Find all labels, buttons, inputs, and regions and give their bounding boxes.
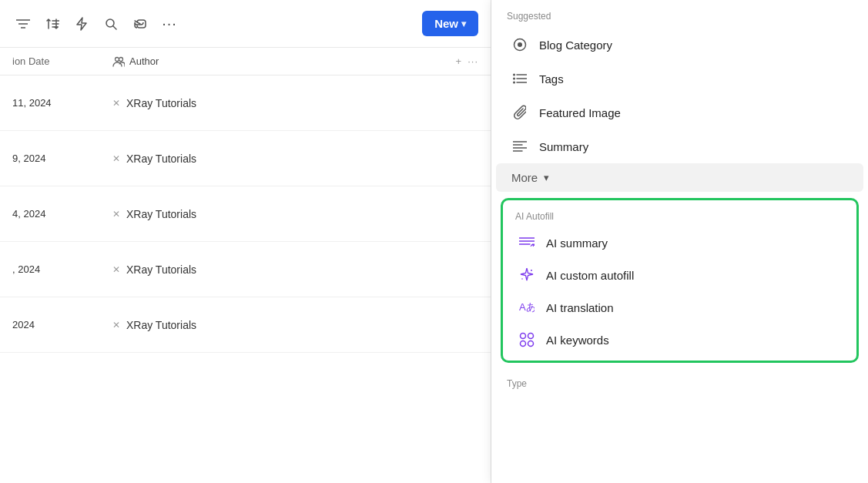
more-label: More	[511, 171, 538, 184]
toolbar: ··· New ▾	[0, 0, 491, 48]
cell-author: ✕ XRay Tutorials	[100, 97, 491, 109]
svg-point-13	[513, 74, 515, 76]
remove-tag-icon[interactable]: ✕	[112, 153, 120, 164]
more-button[interactable]: More ▾	[496, 163, 863, 192]
col-date-header: ion Date	[0, 55, 100, 67]
svg-point-15	[513, 82, 515, 84]
ai-summary-label: AI summary	[546, 236, 608, 250]
ai-summary-icon	[518, 234, 535, 251]
new-button-label: New	[434, 17, 458, 30]
chevron-down-icon: ▾	[544, 172, 549, 183]
lightning-icon[interactable]	[71, 13, 92, 35]
cell-date: 2024	[0, 319, 100, 330]
table-rows: 11, 2024 ✕ XRay Tutorials 9, 2024 ✕ XRay…	[0, 75, 491, 353]
svg-point-12	[518, 42, 522, 47]
ai-keywords-label: AI keywords	[546, 334, 609, 347]
table-row: 2024 ✕ XRay Tutorials	[0, 297, 491, 353]
table-area: ··· New ▾ ion Date Author + ···	[0, 0, 491, 483]
ai-translation-label: AI translation	[546, 301, 614, 314]
svg-point-32	[528, 341, 534, 347]
svg-point-10	[119, 57, 123, 61]
sort-icon[interactable]	[42, 13, 63, 35]
suggested-label: Suggested	[491, 0, 868, 28]
table-row: 4, 2024 ✕ XRay Tutorials	[0, 186, 491, 242]
menu-item-blog-category[interactable]: Blog Category	[496, 28, 863, 62]
table-header: ion Date Author + ···	[0, 48, 491, 75]
col-author-header: Author + ···	[100, 55, 491, 67]
cell-author: ✕ XRay Tutorials	[100, 319, 491, 331]
cell-author: ✕ XRay Tutorials	[100, 263, 491, 276]
ai-sparkle-icon	[518, 267, 535, 283]
menu-item-featured-image[interactable]: Featured Image	[496, 96, 863, 129]
svg-point-30	[528, 334, 534, 339]
menu-item-ai-keywords[interactable]: AI keywords	[506, 324, 853, 356]
type-label: Type	[491, 369, 868, 394]
svg-line-7	[113, 26, 116, 29]
table-row: , 2024 ✕ XRay Tutorials	[0, 242, 491, 297]
featured-image-label: Featured Image	[539, 106, 621, 119]
menu-item-tags[interactable]: Tags	[496, 62, 863, 96]
list-icon	[511, 70, 528, 87]
svg-point-29	[521, 334, 526, 339]
remove-tag-icon[interactable]: ✕	[112, 98, 120, 109]
filter-icon[interactable]	[12, 13, 34, 35]
menu-item-summary[interactable]: Summary	[496, 129, 863, 163]
tags-label: Tags	[539, 72, 564, 86]
remove-tag-icon[interactable]: ✕	[112, 264, 120, 275]
paperclip-icon	[511, 104, 528, 121]
remove-tag-icon[interactable]: ✕	[112, 320, 120, 330]
align-left-icon	[511, 138, 528, 155]
col-author-actions: + ···	[456, 55, 478, 67]
svg-point-27	[521, 278, 523, 280]
ai-autofill-label: AI Autofill	[503, 205, 856, 226]
cell-date: 9, 2024	[0, 153, 100, 164]
connect-icon[interactable]	[129, 13, 151, 35]
svg-point-26	[531, 270, 532, 271]
summary-label: Summary	[539, 140, 588, 153]
svg-point-31	[521, 341, 526, 347]
svg-point-9	[116, 57, 119, 61]
cell-author: ✕ XRay Tutorials	[100, 153, 491, 165]
remove-tag-icon[interactable]: ✕	[112, 209, 120, 220]
ai-autofill-section: AI Autofill AI summary	[501, 198, 859, 363]
table-row: 9, 2024 ✕ XRay Tutorials	[0, 131, 491, 186]
svg-text:Aあ: Aあ	[519, 301, 535, 313]
ellipsis-icon[interactable]: ···	[159, 13, 180, 35]
new-button[interactable]: New ▾	[422, 11, 478, 36]
add-column-icon[interactable]: +	[456, 55, 462, 67]
cell-date: 11, 2024	[0, 97, 100, 109]
ai-translation-icon: Aあ	[518, 299, 535, 316]
circle-dot-icon	[511, 36, 528, 53]
column-more-icon[interactable]: ···	[468, 55, 478, 67]
table-row: 11, 2024 ✕ XRay Tutorials	[0, 75, 491, 131]
cell-date: , 2024	[0, 263, 100, 275]
dropdown-panel: Suggested Blog Category Tags	[491, 0, 868, 483]
svg-point-14	[513, 78, 515, 80]
cell-author: ✕ XRay Tutorials	[100, 208, 491, 220]
ai-custom-autofill-label: AI custom autofill	[546, 269, 634, 282]
blog-category-label: Blog Category	[539, 39, 612, 52]
cell-date: 4, 2024	[0, 208, 100, 220]
menu-item-ai-summary[interactable]: AI summary	[506, 226, 853, 259]
search-icon[interactable]	[100, 13, 122, 35]
ai-keywords-icon	[518, 331, 535, 348]
new-button-chevron: ▾	[461, 18, 466, 29]
menu-item-ai-translation[interactable]: Aあ AI translation	[506, 291, 853, 324]
menu-item-ai-custom-autofill[interactable]: AI custom autofill	[506, 259, 853, 291]
